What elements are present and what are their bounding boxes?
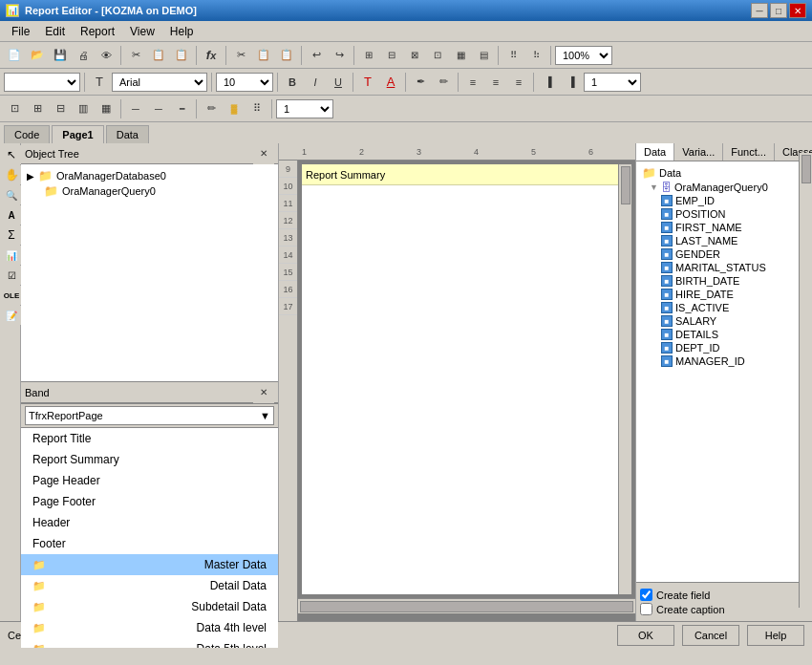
- menu-edit[interactable]: Edit: [37, 23, 73, 40]
- snap-combo[interactable]: 1: [276, 99, 333, 118]
- right-scrollbar[interactable]: [799, 153, 812, 608]
- italic-button[interactable]: I: [305, 72, 326, 93]
- menu-file[interactable]: File: [4, 23, 37, 40]
- field-POSITION[interactable]: ■ POSITION: [640, 207, 808, 221]
- menu-item-master-data[interactable]: 📁 Master Data: [21, 554, 278, 575]
- ole-tool[interactable]: OLE: [2, 286, 21, 305]
- paste-button[interactable]: 📋: [171, 45, 192, 66]
- undo-button[interactable]: ↩: [306, 45, 327, 66]
- size-combo[interactable]: 10: [216, 73, 273, 92]
- menu-report[interactable]: Report: [73, 23, 122, 40]
- new-button[interactable]: 📄: [4, 45, 25, 66]
- tree-item-query[interactable]: 📁 OraManagerQuery0: [25, 183, 274, 199]
- line3-button[interactable]: ━: [171, 98, 192, 119]
- field-MANAGER_ID[interactable]: ■ MANAGER_ID: [640, 354, 808, 368]
- right-tab-data[interactable]: Data: [636, 143, 674, 161]
- line1-button[interactable]: ─: [125, 98, 146, 119]
- style-combo[interactable]: [4, 73, 80, 92]
- underline-button[interactable]: U: [328, 72, 349, 93]
- line2-button[interactable]: ─: [148, 98, 169, 119]
- special2-button[interactable]: ✏: [433, 72, 454, 93]
- copy-button[interactable]: 📋: [148, 45, 169, 66]
- right-tree-query[interactable]: ▼ 🗄 OraManagerQuery0: [640, 181, 808, 194]
- field-FIRST_NAME[interactable]: ■ FIRST_NAME: [640, 221, 808, 234]
- align-right-button[interactable]: ≡: [508, 72, 529, 93]
- fx-button[interactable]: fx: [201, 45, 222, 66]
- align6-button[interactable]: ▤: [473, 45, 494, 66]
- h-scroll-thumb[interactable]: [300, 601, 633, 612]
- align2-button[interactable]: ⊟: [381, 45, 402, 66]
- number-combo[interactable]: 1: [584, 73, 641, 92]
- tree-item-database[interactable]: ▶ 📁 OraManagerDatabase0: [25, 168, 274, 183]
- print-button[interactable]: 🖨: [73, 45, 94, 66]
- field-HIRE_DATE[interactable]: ■ HIRE_DATE: [640, 288, 808, 301]
- close-band-button[interactable]: ✕: [253, 382, 274, 403]
- zoom-tool[interactable]: 🔍: [2, 185, 21, 204]
- tab-code[interactable]: Code: [4, 125, 50, 143]
- band-combo[interactable]: TfrxReportPage ▼: [25, 406, 274, 425]
- draw4-button[interactable]: ▥: [73, 98, 94, 119]
- field-SALARY[interactable]: ■ SALARY: [640, 314, 808, 328]
- open-button[interactable]: 📂: [27, 45, 48, 66]
- redo-button[interactable]: ↪: [329, 45, 350, 66]
- menu-item-detail-data[interactable]: 📁 Detail Data: [21, 575, 278, 596]
- cut2-button[interactable]: ✂: [230, 45, 251, 66]
- tab-page1[interactable]: Page1: [52, 125, 103, 143]
- design-canvas-area[interactable]: Report Summary: [298, 161, 635, 621]
- canvas-scrollbar[interactable]: [618, 164, 631, 594]
- close-tree-button[interactable]: ✕: [253, 143, 274, 164]
- field-EMP_ID[interactable]: ■ EMP_ID: [640, 194, 808, 207]
- copy2-button[interactable]: 📋: [253, 45, 274, 66]
- fill-button[interactable]: ▓: [224, 98, 245, 119]
- field-IS_ACTIVE[interactable]: ■ IS_ACTIVE: [640, 301, 808, 314]
- memo-tool[interactable]: 📝: [2, 306, 21, 325]
- field-GENDER[interactable]: ■ GENDER: [640, 247, 808, 261]
- align-left-button[interactable]: ≡: [462, 72, 483, 93]
- draw5-button[interactable]: ▦: [96, 98, 117, 119]
- bold-button[interactable]: B: [282, 72, 303, 93]
- hand-tool[interactable]: ✋: [2, 165, 21, 184]
- text-format-button[interactable]: T: [357, 72, 378, 93]
- menu-item-page-header[interactable]: Page Header: [21, 470, 278, 491]
- preview-button[interactable]: 👁: [96, 45, 117, 66]
- menu-item-report-summary[interactable]: Report Summary: [21, 449, 278, 470]
- special1-button[interactable]: ✒: [410, 72, 431, 93]
- menu-item-page-footer[interactable]: Page Footer: [21, 491, 278, 512]
- tab-data[interactable]: Data: [106, 125, 149, 143]
- grid1-button[interactable]: ⠿: [502, 45, 524, 66]
- font-combo[interactable]: Arial: [112, 73, 207, 92]
- menu-view[interactable]: View: [122, 23, 162, 40]
- field-DEPT_ID[interactable]: ■ DEPT_ID: [640, 341, 808, 354]
- text-tool[interactable]: A: [2, 205, 21, 225]
- draw2-button[interactable]: ⊞: [27, 98, 48, 119]
- draw1-button[interactable]: ⊡: [4, 98, 25, 119]
- minimize-button[interactable]: ─: [751, 3, 768, 18]
- field-LAST_NAME[interactable]: ■ LAST_NAME: [640, 234, 808, 247]
- save-button[interactable]: 💾: [50, 45, 71, 66]
- cut-button[interactable]: ✂: [125, 45, 146, 66]
- create-field-checkbox[interactable]: [640, 589, 652, 601]
- zoom-combo[interactable]: 100% 75% 150%: [555, 46, 612, 65]
- draw3-button[interactable]: ⊟: [50, 98, 71, 119]
- h-scrollbar[interactable]: [298, 598, 635, 613]
- check-tool[interactable]: ☑: [2, 266, 21, 285]
- align4-button[interactable]: ⊡: [427, 45, 448, 66]
- maximize-button[interactable]: □: [770, 3, 787, 18]
- menu-item-data5[interactable]: 📁 Data 5th level: [21, 638, 278, 648]
- align-center-button[interactable]: ≡: [485, 72, 506, 93]
- help-button[interactable]: Help: [747, 625, 804, 646]
- spacing2-button[interactable]: ▐: [561, 72, 582, 93]
- align5-button[interactable]: ▦: [450, 45, 471, 66]
- menu-item-report-title[interactable]: Report Title: [21, 428, 278, 449]
- close-button[interactable]: ✕: [789, 3, 806, 18]
- paste2-button[interactable]: 📋: [276, 45, 297, 66]
- create-caption-checkbox[interactable]: [640, 603, 652, 615]
- ok-button[interactable]: OK: [617, 625, 674, 646]
- field-DETAILS[interactable]: ■ DETAILS: [640, 328, 808, 341]
- grid2-button[interactable]: ⠷: [525, 45, 546, 66]
- spacing1-button[interactable]: ▐: [538, 72, 559, 93]
- field-MARITAL_STATUS[interactable]: ■ MARITAL_STATUS: [640, 261, 808, 274]
- grid-snap-button[interactable]: ⠿: [246, 98, 267, 119]
- text-color-button[interactable]: A: [380, 72, 401, 93]
- align3-button[interactable]: ⊠: [404, 45, 425, 66]
